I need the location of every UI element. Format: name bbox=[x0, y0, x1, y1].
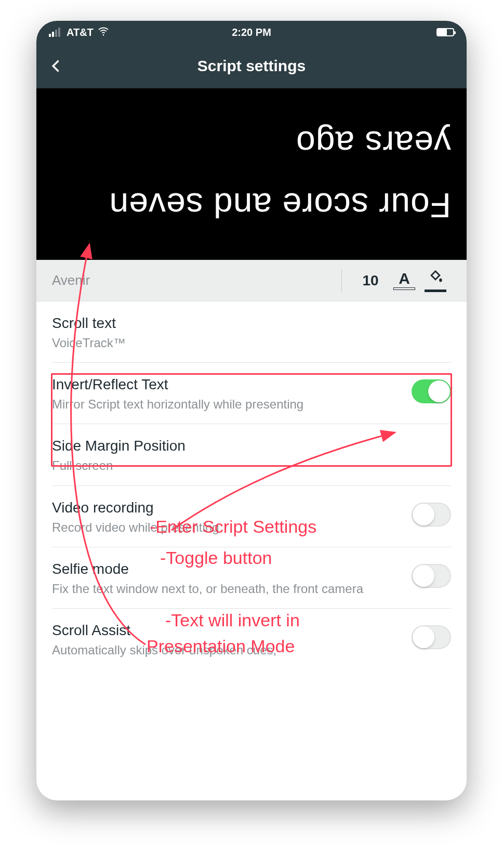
side-margin-row[interactable]: Side Margin Position Full screen bbox=[52, 424, 451, 485]
scroll-assist-title: Scroll Assist bbox=[52, 622, 401, 639]
video-recording-sub: Record video while presenting bbox=[52, 519, 401, 535]
scroll-assist-toggle[interactable] bbox=[412, 625, 451, 649]
scroll-text-row[interactable]: Scroll text VoiceTrack™ bbox=[52, 301, 451, 363]
back-button[interactable] bbox=[49, 59, 63, 73]
video-recording-title: Video recording bbox=[52, 499, 401, 516]
invert-reflect-toggle[interactable] bbox=[412, 379, 451, 403]
font-family-selector[interactable]: Avenir bbox=[52, 272, 331, 288]
scroll-assist-row: Scroll Assist Automatically skips over u… bbox=[52, 609, 451, 669]
scroll-text-title: Scroll text bbox=[52, 315, 441, 332]
script-preview: Four score and seven years ago bbox=[36, 88, 467, 260]
status-bar: AT&T 2:20 PM bbox=[36, 21, 467, 44]
battery-icon bbox=[436, 28, 454, 36]
scroll-text-sub: VoiceTrack™ bbox=[52, 335, 441, 351]
page-title: Script settings bbox=[197, 57, 306, 75]
divider bbox=[341, 269, 342, 292]
status-left: AT&T bbox=[49, 25, 109, 40]
selfie-mode-toggle[interactable] bbox=[412, 564, 451, 588]
video-recording-toggle[interactable] bbox=[412, 503, 451, 527]
preview-text: Four score and seven years ago bbox=[52, 112, 451, 236]
font-size-selector[interactable]: 10 bbox=[352, 272, 389, 289]
side-margin-title: Side Margin Position bbox=[52, 438, 441, 454]
invert-reflect-row: Invert/Reflect Text Mirror Script text h… bbox=[52, 363, 451, 424]
invert-reflect-sub: Mirror Script text horizontally while pr… bbox=[52, 396, 401, 412]
scroll-assist-sub: Automatically skips over unspoken cues, bbox=[52, 642, 401, 658]
carrier-label: AT&T bbox=[67, 27, 94, 38]
format-bar: Avenir 10 A bbox=[36, 260, 467, 301]
side-margin-sub: Full screen bbox=[52, 457, 441, 474]
settings-list: Scroll text VoiceTrack™ Invert/Reflect T… bbox=[36, 301, 467, 669]
nav-bar: Script settings bbox=[36, 44, 467, 88]
fill-color-button[interactable] bbox=[420, 269, 451, 292]
invert-reflect-title: Invert/Reflect Text bbox=[52, 376, 401, 393]
selfie-mode-title: Selfie mode bbox=[52, 561, 401, 577]
selfie-mode-row: Selfie mode Fix the text window next to,… bbox=[52, 547, 451, 609]
text-color-button[interactable]: A bbox=[389, 271, 420, 290]
phone-frame: AT&T 2:20 PM Script settings Four score … bbox=[36, 21, 467, 800]
status-time: 2:20 PM bbox=[232, 27, 271, 38]
wifi-icon bbox=[98, 25, 109, 40]
video-recording-row: Video recording Record video while prese… bbox=[52, 486, 451, 547]
signal-bars-icon bbox=[49, 28, 60, 37]
status-right bbox=[436, 28, 454, 36]
selfie-mode-sub: Fix the text window next to, or beneath,… bbox=[52, 581, 401, 597]
